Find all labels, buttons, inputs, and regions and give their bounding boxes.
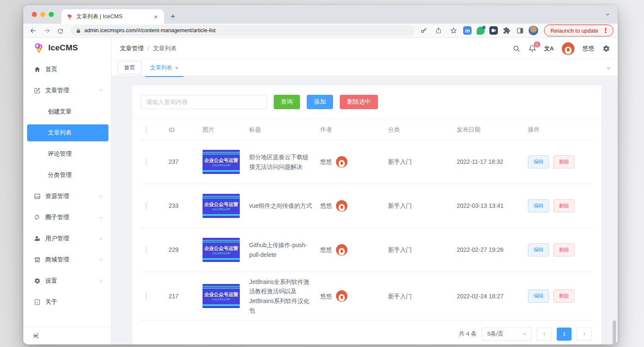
article-table: ID 图片 标题 作者 分类 发布日期 操作 237 企业公众号运营 企业公众号… [141,120,593,321]
scrollbar-thumb[interactable] [613,320,616,344]
search-icon[interactable] [513,45,520,52]
article-category: 新手入门 [380,292,449,301]
edit-button[interactable]: 编辑 [528,289,549,303]
relaunch-to-update-button[interactable]: Relaunch to update ⋮ [544,25,613,36]
col-ops: 操作 [520,126,593,134]
sidebar-item-home[interactable]: 首页 [23,59,111,80]
col-image: 图片 [195,126,242,134]
thumbnail-text: 企业公众号运营 [204,245,239,252]
sidebar-item-comment-management[interactable]: 评论管理 [23,143,111,165]
extension-camera-icon[interactable] [489,26,498,35]
notification-badge: 0 [533,41,541,48]
author-avatar [336,200,347,212]
page-size-select[interactable]: 5条/页 [482,328,532,341]
row-checkbox[interactable] [146,292,147,300]
sidebar-item-article-management[interactable]: 文章管理 [23,80,111,101]
browser-tabstrip: 文章列表 | IceCMS × + [23,5,618,24]
address-bar[interactable]: admin.icecmspro.com/#/content-management… [71,25,415,36]
side-panel-icon[interactable] [515,26,525,35]
user-avatar[interactable] [562,42,575,55]
logo[interactable]: IceCMS [23,38,111,58]
browser-profile-avatar[interactable] [528,25,539,36]
magnifier-icon [33,214,41,221]
collapse-sidebar-icon[interactable] [33,333,40,339]
sidebar-item-circle-management[interactable]: 圈子管理 [23,207,111,228]
sidebar-item-settings[interactable]: 设置 [23,270,111,292]
edit-button[interactable]: 编辑 [528,243,549,256]
breadcrumb-parent[interactable]: 文章管理 [120,45,144,52]
delete-button[interactable]: 删除 [553,243,575,256]
delete-button[interactable]: 删除 [553,155,575,168]
sidebar-item-label: 商城管理 [45,256,69,264]
new-tab-button[interactable]: + [167,10,179,23]
delete-button[interactable]: 删除 [553,199,575,212]
window-minimize-button[interactable] [40,12,45,17]
edit-button[interactable]: 编辑 [528,155,549,168]
window-zoom-button[interactable] [49,12,54,17]
main-column: 文章管理 / 文章列表 0 文A 悠悠 [111,38,618,344]
tab-article-list[interactable]: 文章列表 × [145,61,183,74]
article-thumbnail[interactable]: 企业公众号运营 企业公众号怎么运营? [203,238,240,262]
extension-evernote-icon[interactable] [476,26,485,35]
row-checkbox[interactable] [146,202,147,210]
notification-bell-icon[interactable]: 0 [528,44,536,52]
sidebar-menu: 首页文章管理创建文章文章列表评论管理分类管理资源管理圈子管理用户管理商城管理设置… [23,58,111,327]
password-key-icon[interactable] [418,25,429,36]
thumbnail-text: 企业公众号运营 [204,157,239,164]
chevron-down-icon [98,215,103,220]
article-thumbnail[interactable]: 企业公众号运营 企业公众号怎么运营? [203,284,240,308]
share-icon[interactable] [433,25,444,36]
delete-selected-button[interactable]: 删除选中 [340,95,378,109]
tab-search-chevron-icon[interactable] [605,12,610,17]
breadcrumb: 文章管理 / 文章列表 [120,45,177,52]
extension-m-icon[interactable]: m [463,26,472,35]
sidebar-item-resource-management[interactable]: 资源管理 [23,186,111,207]
tab-close-icon[interactable]: × [175,65,178,71]
reload-icon[interactable] [55,25,66,36]
search-input[interactable] [141,95,267,109]
select-all-checkbox[interactable] [146,126,147,134]
sidebar-item-article-list[interactable]: 文章列表 [27,124,108,141]
settings-gear-icon[interactable] [602,45,610,52]
table-row: 217 企业公众号运营 企业公众号怎么运营? JetBrains全系列软件激活教… [141,272,593,321]
current-page-button[interactable]: 1 [557,328,572,341]
table-row: 237 企业公众号运营 企业公众号怎么运营? 部分地区蓝奏云下载链接无法访问问题… [141,140,593,184]
col-id: ID [161,127,195,133]
browser-tab[interactable]: 文章列表 | IceCMS × [61,9,164,24]
row-checkbox[interactable] [146,158,147,166]
query-button[interactable]: 查询 [274,95,300,109]
publish-date: 2022-03-13 13:41 [449,201,520,210]
sidebar-item-category-management[interactable]: 分类管理 [23,165,111,186]
chevron-up-icon [98,88,103,93]
tabs-menu-chevron-icon[interactable] [606,65,611,71]
edit-button[interactable]: 编辑 [528,199,549,212]
extensions-puzzle-icon[interactable] [502,26,511,35]
next-page-button[interactable] [577,328,591,341]
chevron-down-icon [98,278,103,284]
article-thumbnail[interactable]: 企业公众号运营 企业公众号怎么运营? [203,150,240,174]
chevron-down-icon [98,194,103,199]
sidebar-item-mall-management[interactable]: 商城管理 [23,249,111,270]
article-id: 237 [161,157,195,166]
back-icon[interactable] [28,25,39,36]
article-thumbnail[interactable]: 企业公众号运营 企业公众号怎么运营? [203,194,240,218]
delete-button[interactable]: 删除 [553,289,575,303]
tab-home[interactable]: 首页 [118,61,142,74]
bookmark-star-icon[interactable] [448,25,459,36]
language-switch-icon[interactable]: 文A [544,45,554,52]
divider [132,118,602,119]
publish-date: 2022-02-24 18:27 [449,292,520,301]
sidebar-item-about[interactable]: 关于 [23,292,111,313]
add-button[interactable]: 添加 [307,95,333,109]
row-checkbox[interactable] [146,246,147,254]
app-header: 文章管理 / 文章列表 0 文A 悠悠 [111,38,618,59]
window-close-button[interactable] [32,12,37,17]
forward-icon[interactable] [41,25,52,36]
tab-article-list-label: 文章列表 [150,64,172,72]
tab-close-icon[interactable]: × [152,13,160,20]
browser-menu-icon[interactable]: ⋮ [602,27,609,34]
page-size-value: 5条/页 [487,330,503,338]
sidebar-item-create-article[interactable]: 创建文章 [23,101,111,122]
sidebar-item-user-management[interactable]: 用户管理 [23,228,111,249]
prev-page-button[interactable] [537,328,552,341]
